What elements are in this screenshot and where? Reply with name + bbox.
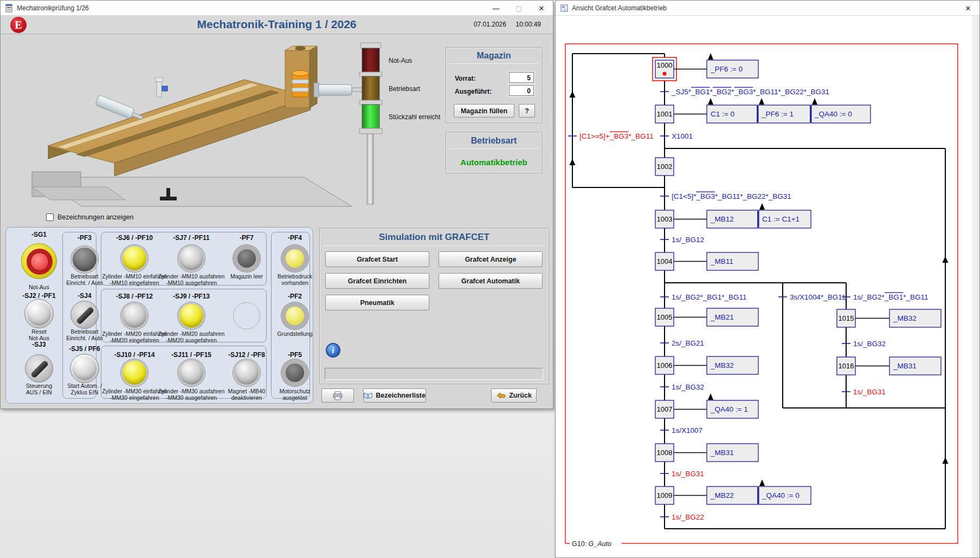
scrollbar[interactable] [973, 16, 979, 557]
magazin-help-button[interactable]: ? [519, 104, 535, 118]
datetime: 07.01.2026 10:00:49 [466, 21, 541, 28]
lamp-sj11-pf15[interactable] [178, 359, 205, 386]
svg-text:_MB32: _MB32 [710, 361, 734, 369]
svg-text:1s/_BG2*_BG1*_BG11: 1s/_BG2*_BG1*_BG11 [672, 293, 747, 301]
ausgefuehrt-value[interactable]: 0 [509, 85, 534, 96]
simulation-group: Simulation mit GRAFCET Grafcet Start Gra… [319, 228, 549, 384]
lamp-sj9-pf13-id: -SJ9 / -PF13 [159, 293, 224, 300]
signal-tower [359, 43, 382, 204]
svg-text:1s/_BG2*_BG1*_BG11: 1s/_BG2*_BG1*_BG11 [853, 293, 929, 301]
status-strip [325, 368, 543, 380]
tower-label-stueckzahl: Stückzahl erreicht [389, 113, 440, 121]
pneumatik-button[interactable]: Pneumatik [325, 295, 429, 310]
lamp-sj9-pf13[interactable] [178, 302, 205, 329]
time-text: 10:00:49 [515, 21, 541, 28]
svg-text:_QA40 := 0: _QA40 := 0 [814, 110, 852, 118]
lamp-pf2 [281, 302, 308, 329]
grafcet-diagram: _SJ5*_BG1*_BG2*_BG3*_BG11*_BG22*_BG31X10… [556, 16, 980, 558]
lamp-pf5 [281, 359, 308, 386]
bezeichnerliste-button[interactable]: Bezeichnerliste [363, 388, 426, 403]
svg-text:1008: 1008 [657, 449, 673, 457]
svg-text:G10: G_Auto: G10: G_Auto [572, 540, 611, 548]
svg-text:1001: 1001 [657, 110, 673, 118]
svg-text:_MB22: _MB22 [710, 491, 734, 499]
svg-text:1s/_BG12: 1s/_BG12 [672, 236, 704, 244]
svg-text:X1001: X1001 [672, 132, 693, 140]
show-labels-row: Bezeichnungen anzeigen [46, 213, 133, 221]
svg-text:_MB21: _MB21 [710, 313, 734, 321]
svg-text:_MB12: _MB12 [710, 215, 734, 223]
window-title: Mechatronikprüfung 1/26 [17, 4, 89, 12]
grafcet-einrichten-button[interactable]: Grafcet Einrichten [325, 273, 429, 289]
svg-text:C1 := 0: C1 := 0 [711, 110, 734, 118]
lamp-pf4 [281, 245, 308, 272]
svg-text:1002: 1002 [657, 163, 673, 171]
svg-text:[C1<5]*_BG3*_BG11*_BG22*_BG31: [C1<5]*_BG3*_BG11*_BG22*_BG31 [672, 192, 791, 200]
grafcet-close-button[interactable]: ✕ [957, 1, 979, 16]
back-arrow-icon [496, 392, 506, 399]
betriebsart-title: Betriebsart [446, 133, 541, 146]
grafcet-automatik-button[interactable]: Grafcet Automatik [439, 273, 543, 289]
rotary-sj3[interactable] [25, 354, 53, 382]
svg-text:3s/X1004*_BG11: 3s/X1004*_BG11 [790, 293, 846, 301]
lamp-sj10-pf14[interactable] [121, 359, 148, 386]
svg-text:_QA40 := 1: _QA40 := 1 [710, 405, 748, 413]
svg-text:_MB31: _MB31 [893, 362, 917, 370]
svg-text:1004: 1004 [657, 257, 673, 265]
svg-text:_PF6 := 1: _PF6 := 1 [761, 110, 794, 118]
estop-button-cap [30, 252, 49, 271]
svg-text:_MB31: _MB31 [710, 449, 734, 457]
tower-label-notaus: Not-Aus [389, 57, 412, 64]
lamp-pf3 [71, 246, 98, 273]
betriebsart-group: Betriebsart Automatikbetrieb [446, 132, 542, 173]
grafcet-app-icon [560, 4, 569, 12]
close-button[interactable]: ✕ [530, 1, 553, 16]
show-labels-checkbox[interactable] [46, 213, 54, 221]
vorrat-value[interactable]: 5 [509, 72, 534, 83]
svg-text:1016: 1016 [839, 362, 854, 370]
svg-text:C1 := C1+1: C1 := C1+1 [762, 215, 800, 223]
maximize-button[interactable]: ▢ [507, 1, 530, 16]
zurueck-label: Zurück [509, 392, 532, 399]
minimize-button[interactable]: — [485, 1, 507, 16]
lamp-sj8-pf12[interactable] [121, 302, 148, 329]
grafcet-start-button[interactable]: Grafcet Start [325, 251, 429, 267]
lamp-sj6-pf10[interactable] [121, 245, 148, 272]
lamp-sj7-pf11[interactable] [178, 245, 205, 272]
grafcet-anzeige-button[interactable]: Grafcet Anzeige [439, 251, 543, 267]
svg-text:1s/_BG32: 1s/_BG32 [853, 340, 886, 348]
magazin-title: Magazin [446, 48, 541, 61]
titlebar-left: Mechatronikprüfung 1/26 — ▢ ✕ [1, 1, 553, 16]
app-icon [5, 4, 14, 12]
window-mechatronik: Mechatronikprüfung 1/26 — ▢ ✕ E Mechatro… [0, 0, 553, 409]
workpiece-stack [292, 70, 308, 97]
date-text: 07.01.2026 [474, 21, 506, 28]
lamp-sj12-pf8[interactable] [233, 359, 260, 386]
svg-text:1s/_BG22: 1s/_BG22 [672, 513, 704, 521]
print-button[interactable] [321, 388, 354, 403]
book-icon [364, 392, 372, 399]
titlebar-grafcet: Ansicht Grafcet Automatikbetrieb ✕ [556, 1, 979, 16]
ausgefuehrt-label: Ausgeführt: [455, 88, 492, 95]
lamp-sj8-pf12-id: -SJ8 / -PF12 [102, 293, 167, 300]
lamp-pf4-id: -PF4 [262, 234, 327, 242]
control-panel: -SG1Not-Aus-SJ2 / -PF1ResetNot-Aus-SJ3St… [5, 227, 313, 404]
magazin-fuellen-button[interactable]: Magazin füllen [454, 104, 514, 118]
button-sj2-pf1[interactable] [24, 299, 54, 328]
svg-text:1003: 1003 [657, 215, 673, 223]
info-icon[interactable]: i [326, 343, 340, 358]
client-area-grafcet: _SJ5*_BG1*_BG2*_BG3*_BG11*_BG22*_BG31X10… [556, 16, 979, 557]
svg-text:1s/X1007: 1s/X1007 [672, 426, 702, 434]
svg-text:1007: 1007 [657, 405, 673, 413]
svg-text:_MB32: _MB32 [893, 314, 917, 322]
zurueck-button[interactable]: Zurück [491, 388, 537, 403]
button-sj5-pf6[interactable] [70, 354, 99, 383]
vorrat-label: Vorrat: [455, 75, 475, 82]
rotary-sj4[interactable] [70, 301, 99, 329]
svg-text:2s/_BG21: 2s/_BG21 [672, 339, 704, 347]
sensor [156, 77, 167, 97]
pusher-cylinder [314, 83, 365, 97]
lamp-sj10-pf14-id: -SJ10 / -PF14 [102, 351, 167, 359]
svg-text:[C1>=5]+_BG3*_BG11: [C1>=5]+_BG3*_BG11 [579, 132, 654, 140]
client-area-left: E Mechatronik-Training 1 / 2026 07.01.20… [1, 16, 553, 408]
